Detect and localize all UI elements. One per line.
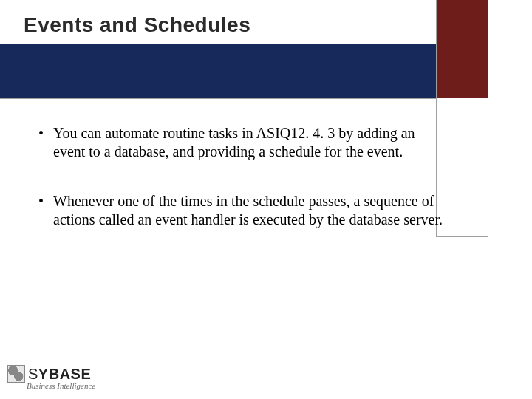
accent-block-white bbox=[488, 0, 532, 44]
brand-logo: SYBASE Business Intelligence bbox=[7, 365, 95, 390]
page-title: Events and Schedules bbox=[24, 13, 250, 37]
accent-block-maroon bbox=[436, 44, 488, 98]
bullet-item: You can automate routine tasks in ASIQ12… bbox=[35, 124, 449, 161]
accent-block-maroon bbox=[436, 0, 488, 44]
accent-block-white bbox=[488, 98, 532, 399]
brand-wordmark-thin: S bbox=[28, 366, 38, 382]
brand-wordmark-heavy: YBASE bbox=[38, 366, 91, 382]
brand-wordmark: SYBASE bbox=[28, 366, 91, 383]
sybase-logo-icon bbox=[7, 365, 25, 383]
slide-body: You can automate routine tasks in ASIQ12… bbox=[35, 124, 449, 260]
brand-tagline: Business Intelligence bbox=[27, 381, 95, 390]
accent-block-white bbox=[488, 44, 532, 98]
bullet-item: Whenever one of the times in the schedul… bbox=[35, 192, 449, 229]
divider-line bbox=[0, 98, 488, 99]
divider-line bbox=[488, 0, 488, 399]
